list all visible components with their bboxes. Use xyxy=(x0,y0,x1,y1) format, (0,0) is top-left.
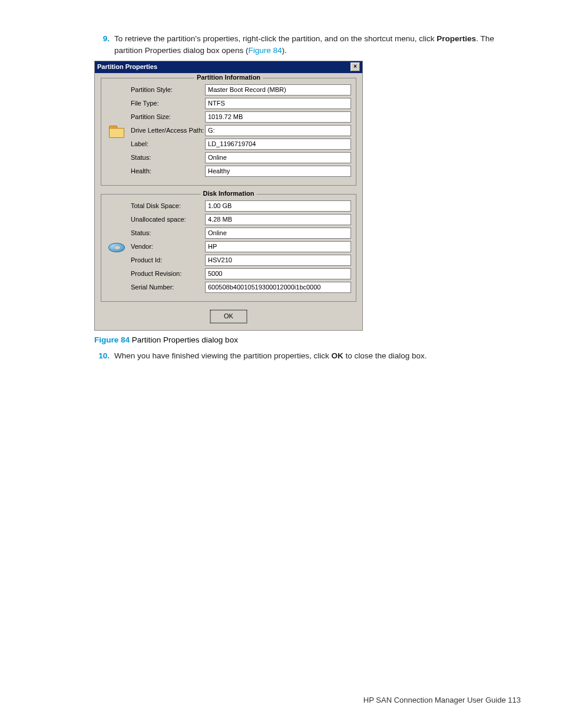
disk-information-group: Disk Information Total Disk Space:1.00 G… xyxy=(101,194,356,302)
field-value: 1.00 GB xyxy=(205,200,351,212)
field-value: HSV210 xyxy=(205,255,351,266)
field-label: Drive Letter/Access Path: xyxy=(131,127,205,134)
field-value: HP xyxy=(205,241,351,252)
field-value: Healthy xyxy=(205,166,351,177)
field-label: Vendor: xyxy=(131,243,205,250)
field-value: 5000 xyxy=(205,268,351,279)
field-value: LD_1196719704 xyxy=(205,139,351,150)
field-value: Master Boot Record (MBR) xyxy=(205,84,351,95)
step-number: 10. xyxy=(94,350,110,362)
step-text: To retrieve the partition's properties, … xyxy=(114,33,521,57)
bold: Properties xyxy=(437,34,476,43)
ok-button[interactable]: OK xyxy=(210,310,247,323)
step-text: When you have finished viewing the parti… xyxy=(114,350,521,362)
figure-number: Figure 84 xyxy=(94,335,130,344)
field-label: Serial Number: xyxy=(131,284,205,291)
text: To retrieve the partition's properties, … xyxy=(114,34,437,43)
figure-caption: Figure 84 Partition Properties dialog bo… xyxy=(94,335,521,344)
field-label: Product Id: xyxy=(131,256,205,263)
field-label: Product Revision: xyxy=(131,270,205,277)
field-value: Online xyxy=(205,228,351,239)
figure-link[interactable]: Figure 84 xyxy=(248,46,282,55)
text: to close the dialog box. xyxy=(343,351,427,360)
group-title: Disk Information xyxy=(201,190,257,197)
group-title: Partition Information xyxy=(194,74,263,81)
partition-information-group: Partition Information Partition Style:Ma… xyxy=(101,78,356,186)
text: When you have finished viewing the parti… xyxy=(114,351,331,360)
step-10: 10. When you have finished viewing the p… xyxy=(94,350,521,362)
field-label: Status: xyxy=(131,154,205,161)
field-label: File Type: xyxy=(131,100,205,107)
dialog-titlebar: Partition Properties × xyxy=(95,61,362,73)
field-value: Online xyxy=(205,152,351,163)
close-button[interactable]: × xyxy=(351,62,360,71)
step-number: 9. xyxy=(94,33,110,57)
bold: OK xyxy=(331,351,343,360)
field-value: 600508b40010519300012000i1bc0000 xyxy=(205,282,351,293)
field-label: Unallocated space: xyxy=(131,216,205,223)
field-label: Label: xyxy=(131,140,205,147)
field-value: 4.28 MB xyxy=(205,214,351,225)
field-value: G: xyxy=(205,125,351,136)
dialog-title: Partition Properties xyxy=(97,63,157,70)
field-label: Partition Size: xyxy=(131,113,205,120)
field-label: Partition Style: xyxy=(131,86,205,93)
folder-icon xyxy=(106,126,127,137)
field-label: Status: xyxy=(131,229,205,236)
partition-properties-dialog: Partition Properties × Partition Informa… xyxy=(94,61,363,331)
field-label: Health: xyxy=(131,167,205,174)
page-footer: HP SAN Connection Manager User Guide 113 xyxy=(363,696,521,704)
text: ). xyxy=(282,46,286,55)
field-value: 1019.72 MB xyxy=(205,111,351,123)
field-value: NTFS xyxy=(205,98,351,109)
caption-text: Partition Properties dialog box xyxy=(130,335,238,344)
step-9: 9. To retrieve the partition's propertie… xyxy=(94,33,521,57)
disk-icon xyxy=(106,243,127,252)
field-label: Total Disk Space: xyxy=(131,202,205,209)
